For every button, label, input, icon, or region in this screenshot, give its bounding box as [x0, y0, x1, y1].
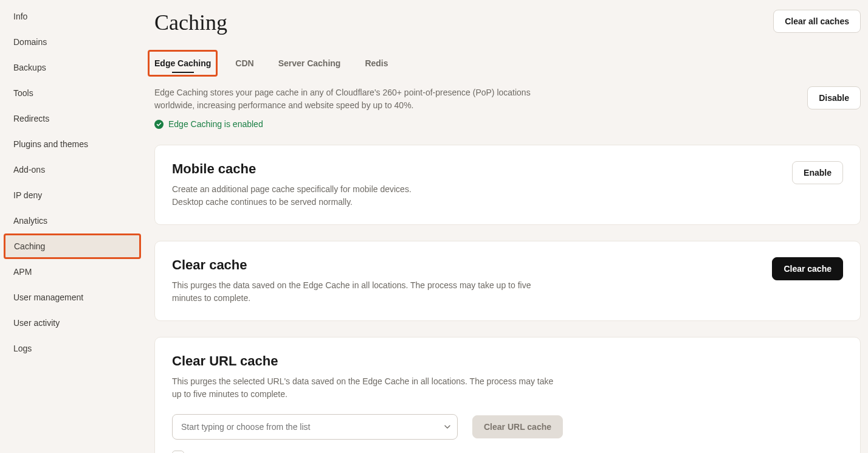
sidebar-item-label: Backups — [13, 63, 46, 72]
tabs: Edge Caching CDN Server Caching Redis — [154, 52, 861, 74]
clear-url-desc: This purges the selected URL's data save… — [172, 375, 561, 401]
edge-status: Edge Caching is enabled — [154, 119, 531, 129]
disable-edge-button[interactable]: Disable — [807, 86, 861, 109]
tab-server-caching[interactable]: Server Caching — [278, 52, 341, 74]
tab-label: Edge Caching — [154, 58, 211, 68]
subdir-checkbox[interactable] — [172, 451, 184, 453]
mobile-cache-desc-line2: Desktop cache continues to be served nor… — [172, 197, 353, 207]
edge-status-text: Edge Caching is enabled — [168, 119, 263, 129]
sidebar-item-label: Add-ons — [13, 165, 45, 175]
sidebar-item-info[interactable]: Info — [0, 4, 145, 29]
sidebar-item-plugins[interactable]: Plugins and themes — [0, 131, 145, 157]
clear-url-cache-card: Clear URL cache This purges the selected… — [154, 337, 861, 453]
check-circle-icon — [154, 120, 164, 129]
mobile-cache-desc-line1: Create an additional page cache specific… — [172, 184, 412, 194]
sidebar-item-label: Domains — [13, 37, 47, 47]
sidebar-item-label: Plugins and themes — [13, 139, 88, 149]
sidebar-item-user-management[interactable]: User management — [0, 285, 145, 310]
sidebar-item-label: Logs — [13, 344, 32, 353]
sidebar-item-label: Redirects — [13, 114, 49, 123]
sidebar-item-label: User activity — [13, 318, 60, 328]
sidebar-item-tools[interactable]: Tools — [0, 80, 145, 106]
sidebar-item-user-activity[interactable]: User activity — [0, 310, 145, 336]
tab-cdn[interactable]: CDN — [235, 52, 253, 74]
clear-cache-button[interactable]: Clear cache — [772, 257, 843, 280]
page-title: Caching — [154, 10, 227, 35]
sidebar-item-label: Tools — [13, 88, 33, 98]
sidebar-item-redirects[interactable]: Redirects — [0, 106, 145, 131]
sidebar-item-label: Caching — [14, 241, 45, 251]
clear-url-title: Clear URL cache — [172, 353, 843, 369]
clear-cache-card: Clear cache This purges the data saved o… — [154, 241, 861, 321]
sidebar: Info Domains Backups Tools Redirects Plu… — [0, 0, 145, 453]
url-combobox[interactable] — [172, 414, 458, 440]
clear-url-cache-button[interactable]: Clear URL cache — [472, 415, 563, 438]
tab-edge-caching[interactable]: Edge Caching — [154, 52, 211, 74]
sidebar-item-addons[interactable]: Add-ons — [0, 157, 145, 182]
main-content: Caching Clear all caches Edge Caching CD… — [145, 0, 868, 453]
sidebar-item-backups[interactable]: Backups — [0, 55, 145, 80]
sidebar-item-label: IP deny — [13, 190, 42, 200]
sidebar-item-apm[interactable]: APM — [0, 259, 145, 285]
sidebar-item-analytics[interactable]: Analytics — [0, 208, 145, 233]
sidebar-item-domains[interactable]: Domains — [0, 29, 145, 55]
sidebar-item-label: APM — [13, 267, 32, 277]
sidebar-item-logs[interactable]: Logs — [0, 336, 145, 361]
mobile-cache-card: Mobile cache Create an additional page c… — [154, 145, 861, 225]
clear-cache-desc: This purges the data saved on the Edge C… — [172, 279, 561, 305]
sidebar-item-ipdeny[interactable]: IP deny — [0, 182, 145, 208]
edge-description: Edge Caching stores your page cache in a… — [154, 86, 531, 112]
clear-cache-title: Clear cache — [172, 257, 561, 273]
sidebar-item-caching[interactable]: Caching — [4, 233, 141, 259]
url-input[interactable] — [172, 414, 458, 440]
mobile-cache-title: Mobile cache — [172, 161, 412, 177]
tab-label: CDN — [235, 58, 253, 68]
enable-mobile-cache-button[interactable]: Enable — [792, 161, 843, 184]
sidebar-item-label: User management — [13, 292, 83, 302]
tab-label: Redis — [365, 58, 388, 68]
tab-label: Server Caching — [278, 58, 341, 68]
tab-redis[interactable]: Redis — [365, 52, 388, 74]
sidebar-item-label: Info — [13, 12, 27, 21]
mobile-cache-desc: Create an additional page cache specific… — [172, 183, 412, 209]
sidebar-item-label: Analytics — [13, 216, 47, 226]
clear-all-caches-button[interactable]: Clear all caches — [773, 10, 861, 33]
